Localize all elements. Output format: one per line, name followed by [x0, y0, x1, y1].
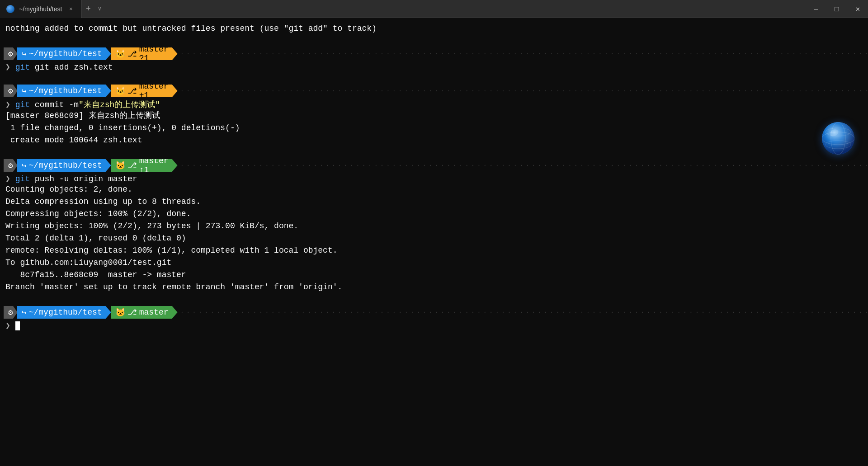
tab-close-button[interactable]: ✕	[69, 5, 72, 12]
prompt-dir-1: ↪ ~/mygithub/test	[17, 47, 111, 60]
prompt-icon-4: ⚙	[4, 306, 18, 319]
output-3b: Delta compression using up to 8 threads.	[0, 196, 868, 208]
close-button[interactable]: ✕	[847, 0, 868, 18]
prompt-dots-1: ········································…	[178, 50, 868, 57]
prompt-bar-4: ⚙ ↪ ~/mygithub/test 🐱 ⎇ master ·········…	[0, 305, 868, 320]
svg-point-0	[822, 122, 854, 155]
output-line-2b: 1 file changed, 0 insertions(+), 0 delet…	[0, 122, 868, 134]
output-3f: remote: Resolving deltas: 100% (1/1), co…	[0, 245, 868, 257]
prompt-icon-3: ⚙	[4, 159, 18, 172]
output-3a: Counting objects: 2, done.	[0, 184, 868, 196]
cmd-line-1: ❯ git git add zsh.text	[0, 62, 868, 72]
svg-point-1	[822, 132, 854, 145]
prompt-git-1: 🐱 ⎇ master ?1	[111, 47, 178, 60]
window-controls: ─ ☐ ✕	[806, 0, 868, 18]
terminal[interactable]: nothing added to commit but untracked fi…	[0, 18, 868, 466]
output-3h: 8c7fa15..8e68c09 master -> master	[0, 269, 868, 281]
prompt-bar-3: ⚙ ↪ ~/mygithub/test 🐱 ⎇ master ↑1 ······…	[0, 158, 868, 173]
prompt-dir-4: ↪ ~/mygithub/test	[17, 306, 111, 319]
prompt-bar-2: ⚙ ↪ ~/mygithub/test 🐱 ⎇ master +1 ······…	[0, 84, 868, 98]
prompt-git-3: 🐱 ⎇ master ↑1	[111, 159, 178, 172]
prompt-icon-1: ⚙	[4, 47, 18, 60]
prompt-git-4: 🐱 ⎇ master	[111, 306, 178, 319]
svg-point-5	[829, 128, 840, 137]
output-line-0: nothing added to commit but untracked fi…	[0, 23, 868, 35]
output-3i: Branch 'master' set up to track remote b…	[0, 281, 868, 293]
svg-point-4	[831, 122, 845, 155]
svg-point-3	[826, 141, 851, 149]
prompt-dots-4: ········································…	[178, 309, 868, 316]
output-3g: To github.com:Liuyang0001/test.git	[0, 257, 868, 269]
output-3e: Total 2 (delta 1), reused 0 (delta 0)	[0, 232, 868, 245]
prompt-icon-2: ⚙	[4, 85, 18, 97]
output-line-2c: create mode 100644 zsh.text	[0, 134, 868, 146]
prompt-dir-3: ↪ ~/mygithub/test	[17, 159, 111, 172]
prompt-dots-2: ········································…	[178, 87, 868, 94]
prompt-git-2: 🐱 ⎇ master +1	[111, 85, 178, 97]
tab-title: ~/mygithub/test	[19, 5, 62, 13]
prompt-bar-1: ⚙ ↪ ~/mygithub/test 🐱 ⎇ master ?1 ······…	[0, 47, 868, 61]
minimize-button[interactable]: ─	[806, 0, 826, 18]
new-tab-button[interactable]: +	[81, 5, 95, 14]
tab-dropdown-button[interactable]: ∨	[95, 5, 104, 12]
cursor	[15, 321, 20, 330]
output-line-2a: [master 8e68c09] 来自zsh的上传测试	[0, 110, 868, 122]
cmd-line-4: ❯	[0, 320, 868, 330]
title-bar: ~/mygithub/test ✕ + ∨ ─ ☐ ✕	[0, 0, 868, 18]
maximize-button[interactable]: ☐	[826, 0, 847, 18]
prompt-dots-3: ········································…	[178, 162, 868, 169]
output-3d: Writing objects: 100% (2/2), 273 bytes |…	[0, 220, 868, 232]
globe-icon	[822, 122, 854, 155]
output-3c: Compressing objects: 100% (2/2), done.	[0, 208, 868, 220]
terminal-tab[interactable]: ~/mygithub/test ✕	[0, 0, 81, 18]
cmd-line-3: ❯ git push -u origin master	[0, 174, 868, 184]
cmd-line-2: ❯ git commit -m"来自zsh的上传测试"	[0, 99, 868, 110]
svg-point-2	[826, 128, 851, 136]
tab-icon	[6, 5, 14, 13]
prompt-dir-2: ↪ ~/mygithub/test	[17, 85, 111, 97]
